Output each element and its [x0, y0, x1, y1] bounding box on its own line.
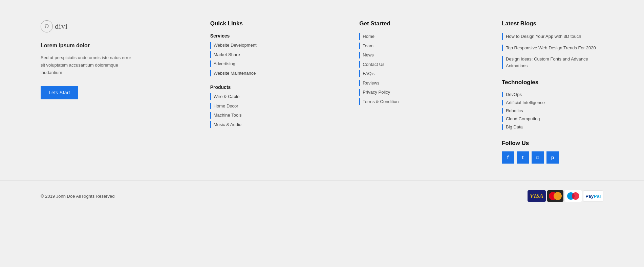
footer-bottom: © 2019 John Doe All Rights Reserved VISA — [0, 180, 644, 211]
brand-description: Sed ut perspiciatis unde omnis iste natu… — [41, 54, 135, 76]
social-icons-row: f t □ p — [502, 151, 603, 164]
list-item: Big Data — [502, 124, 603, 130]
mastercard-circles — [549, 192, 562, 200]
services-subtitle: Services — [210, 33, 285, 39]
service-link-1[interactable]: Website Development — [214, 43, 257, 48]
service-link-2[interactable]: Market Share — [214, 52, 240, 57]
service-link-3[interactable]: Advertising — [214, 61, 235, 66]
product-link-3[interactable]: Machine Tools — [214, 113, 242, 118]
gs-link-news[interactable]: News — [363, 52, 374, 57]
quick-links-title: Quick Links — [210, 20, 285, 27]
products-subtitle: Products — [210, 84, 285, 90]
list-item: How to Design Your App with 3D touch — [502, 33, 603, 40]
product-link-2[interactable]: Home Decor — [214, 103, 238, 108]
instagram-icon: □ — [536, 155, 539, 160]
list-item: Home Decor — [210, 103, 285, 110]
brand-column: D divi Lorem ipsum dolor Sed ut perspici… — [41, 20, 135, 164]
services-list: Website Development Market Share Adverti… — [210, 42, 285, 76]
blog-link-2[interactable]: Top Responsive Web Design Trends For 202… — [506, 45, 603, 51]
maestro-red-circle — [572, 192, 579, 200]
list-item: Advertising — [210, 60, 285, 67]
gs-link-faq[interactable]: FAQ's — [363, 71, 374, 76]
technologies-title: Technologies — [502, 79, 603, 86]
get-started-column: Get Started Home Team News Contact Us FA… — [359, 20, 427, 164]
product-link-4[interactable]: Music & Audio — [214, 122, 241, 127]
blog-link-1[interactable]: How to Design Your App with 3D touch — [506, 33, 603, 40]
brand-heading: Lorem ipsum dolor — [41, 43, 135, 49]
payment-icons-row: VISA PayPal — [528, 190, 603, 202]
product-link-1[interactable]: Wire & Cable — [214, 94, 240, 99]
list-item: Team — [359, 43, 427, 49]
gs-link-team[interactable]: Team — [363, 43, 373, 48]
list-item: Robotics — [502, 108, 603, 114]
list-item: Market Share — [210, 51, 285, 58]
gs-link-terms[interactable]: Terms & Condition — [363, 99, 399, 104]
list-item: Terms & Condition — [359, 98, 427, 105]
blog-list: How to Design Your App with 3D touch Top… — [502, 33, 603, 69]
list-item: Top Responsive Web Design Trends For 202… — [502, 45, 603, 51]
follow-us-title: Follow Us — [502, 140, 603, 147]
logo-area: D divi — [41, 20, 135, 32]
tech-link-devops[interactable]: DevOps — [506, 92, 522, 97]
maestro-icon — [565, 190, 582, 202]
maestro-circles — [567, 192, 579, 200]
tech-link-ai[interactable]: Artificial Intelligence — [506, 100, 545, 105]
get-started-title: Get Started — [359, 20, 427, 27]
list-item: Home — [359, 33, 427, 40]
brand-name: divi — [55, 22, 68, 31]
list-item: Website Development — [210, 42, 285, 49]
list-item: Design Ideas: Custom Fonts and Advance A… — [502, 56, 603, 69]
list-item: Cloud Computing — [502, 116, 603, 122]
list-item: News — [359, 52, 427, 58]
tech-list: DevOps Artificial Intelligence Robotics … — [502, 92, 603, 130]
gs-link-privacy[interactable]: Privacy Policy — [363, 90, 390, 95]
quick-links-column: Quick Links Services Website Development… — [210, 20, 285, 164]
twitter-icon-button[interactable]: t — [517, 151, 529, 164]
list-item: Contact Us — [359, 61, 427, 68]
lets-start-button[interactable]: Lets Start — [41, 86, 78, 99]
paypal-text: PayPal — [585, 194, 601, 199]
gs-link-contact[interactable]: Contact Us — [363, 62, 384, 67]
list-item: Reviews — [359, 80, 427, 87]
mastercard-icon — [547, 190, 563, 202]
paypal-icon: PayPal — [583, 190, 603, 202]
twitter-icon: t — [522, 155, 524, 160]
list-item: Wire & Cable — [210, 93, 285, 100]
list-item: Music & Audio — [210, 121, 285, 128]
latest-blogs-column: Latest Blogs How to Design Your App with… — [502, 20, 603, 164]
products-list: Wire & Cable Home Decor Machine Tools Mu… — [210, 93, 285, 128]
visa-card-icon: VISA — [528, 190, 546, 202]
instagram-icon-button[interactable]: □ — [532, 151, 544, 164]
mc-orange-circle — [554, 192, 562, 200]
tech-link-robotics[interactable]: Robotics — [506, 108, 523, 113]
pinterest-icon: p — [551, 155, 554, 160]
facebook-icon: f — [507, 155, 509, 160]
service-link-4[interactable]: Website Maintenance — [214, 71, 256, 76]
list-item: Privacy Policy — [359, 89, 427, 96]
list-item: Artificial Intelligence — [502, 100, 603, 105]
list-item: FAQ's — [359, 70, 427, 77]
copyright-text: © 2019 John Doe All Rights Reserved — [41, 194, 114, 199]
tech-link-bigdata[interactable]: Big Data — [506, 124, 523, 129]
list-item: Website Maintenance — [210, 70, 285, 77]
list-item: DevOps — [502, 92, 603, 97]
facebook-icon-button[interactable]: f — [502, 151, 514, 164]
get-started-list: Home Team News Contact Us FAQ's Reviews … — [359, 33, 427, 105]
tech-link-cloud[interactable]: Cloud Computing — [506, 116, 540, 121]
gs-link-reviews[interactable]: Reviews — [363, 80, 379, 86]
gs-link-home[interactable]: Home — [363, 34, 374, 39]
list-item: Machine Tools — [210, 112, 285, 119]
pinterest-icon-button[interactable]: p — [546, 151, 559, 164]
logo-icon: D — [41, 20, 53, 32]
latest-blogs-title: Latest Blogs — [502, 20, 603, 27]
blog-link-3[interactable]: Design Ideas: Custom Fonts and Advance A… — [506, 56, 603, 69]
